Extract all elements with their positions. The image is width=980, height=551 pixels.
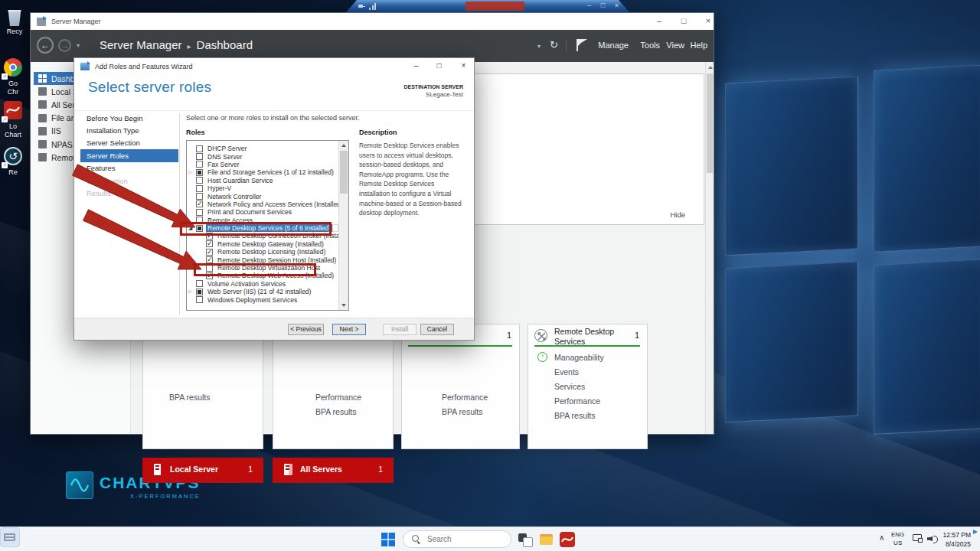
notifications-caret-icon[interactable]: ▾ [537, 43, 541, 50]
notifications-flag-icon[interactable] [577, 39, 584, 52]
dashboard-scrollbar[interactable] [705, 62, 714, 434]
minimize-button[interactable]: – [652, 13, 666, 28]
tray-chevron-icon[interactable]: ∧ [879, 533, 884, 542]
wizard-nav-item[interactable]: Server Selection [80, 137, 178, 149]
tile-link[interactable]: ↑ Manageability [528, 350, 647, 364]
chartvps-app-button[interactable] [560, 532, 575, 547]
tile-link[interactable]: ↑ Events [528, 364, 647, 379]
tile-link[interactable]: BPA results [442, 407, 488, 422]
role-checkbox[interactable]: ✓ [206, 240, 213, 247]
server-manager-app-button[interactable] [0, 527, 20, 547]
desktop-icon-chrome[interactable]: ↗ Go Chr [0, 58, 29, 96]
role-checkbox[interactable] [206, 265, 213, 272]
role-checkbox[interactable]: ✓ [196, 201, 203, 207]
search-input[interactable] [426, 534, 502, 544]
tile-link[interactable]: ↑ Services [528, 379, 647, 393]
role-checkbox[interactable]: ✓ [206, 272, 213, 279]
wizard-nav-item[interactable]: Features [80, 162, 178, 174]
volume-icon[interactable] [927, 534, 938, 543]
role-checkbox[interactable]: ✓ [206, 233, 213, 240]
wizard-nav-item[interactable]: Before You Begin [80, 112, 178, 124]
clock[interactable]: 12:57 PM 8/4/2025 [943, 530, 971, 549]
status-tile[interactable]: Local Server 1 [142, 458, 263, 483]
wizard-close-button[interactable]: × [457, 58, 470, 73]
scrollbar-thumb[interactable] [340, 151, 348, 194]
menu-manage[interactable]: Manage [598, 41, 629, 50]
role-row[interactable]: ✓ Remote Desktop Web Access (Installed) [187, 272, 338, 279]
expander-icon[interactable]: ▷ [188, 289, 196, 295]
desktop-icon-remote-app[interactable]: ↺ ↗ Re [0, 147, 29, 177]
tile-link[interactable]: BPA results [169, 393, 211, 407]
close-button[interactable]: × [701, 13, 715, 28]
roles-scrollbar[interactable] [338, 141, 348, 310]
hide-link[interactable]: Hide [670, 210, 685, 219]
tile-link[interactable]: Performance [442, 393, 488, 407]
role-row[interactable]: ▷ File and Storage Services (1 of 12 ins… [187, 168, 338, 176]
role-checkbox[interactable] [196, 225, 203, 232]
role-checkbox[interactable] [196, 296, 203, 303]
role-row[interactable]: ▷ Web Server (IIS) (21 of 42 installed) [187, 288, 338, 295]
previous-button[interactable]: < Previous [288, 324, 324, 335]
role-checkbox[interactable]: ✓ [206, 256, 213, 263]
role-row[interactable]: Print and Document Services [187, 208, 338, 216]
rdp-minimize-button[interactable]: – [583, 1, 595, 11]
rdp-restore-button[interactable]: □ [597, 1, 609, 11]
next-button[interactable]: Next > [332, 324, 366, 335]
maximize-button[interactable]: □ [677, 13, 691, 28]
scroll-down-icon[interactable] [341, 304, 346, 307]
network-icon[interactable] [913, 534, 923, 543]
role-checkbox[interactable] [196, 217, 203, 223]
back-button[interactable]: ← [37, 37, 54, 54]
role-row[interactable]: Volume Activation Services [187, 280, 338, 288]
expander-icon[interactable]: ◢ [188, 225, 196, 231]
desktop-icon-recycle-bin[interactable]: Recy [0, 8, 31, 36]
tile-link[interactable]: BPA results [315, 407, 361, 422]
forward-button[interactable]: → [58, 39, 71, 52]
menu-view[interactable]: View [666, 41, 684, 50]
role-checkbox[interactable] [196, 145, 203, 152]
nav-dropdown-icon[interactable]: ▾ [77, 42, 80, 49]
status-tile[interactable]: All Servers 1 [273, 458, 394, 483]
scroll-up-icon[interactable] [341, 144, 346, 147]
role-checkbox[interactable] [196, 280, 203, 287]
wizard-nav-item[interactable]: Server Roles [80, 149, 178, 161]
roles-listbox[interactable]: DHCP Server DNS Server Fax Server ▷ [186, 140, 349, 311]
role-row[interactable]: ✓ Remote Desktop Gateway (Installed) [187, 240, 338, 248]
tile-link[interactable]: Performance [315, 393, 361, 407]
role-row[interactable]: Hyper-V [187, 184, 338, 192]
cancel-button[interactable]: Cancel [420, 324, 454, 335]
role-checkbox[interactable] [196, 153, 203, 160]
expander-icon[interactable]: ▷ [188, 169, 196, 175]
wizard-minimize-button[interactable]: – [410, 58, 423, 73]
role-checkbox[interactable] [196, 177, 203, 184]
role-row[interactable]: Remote Access [187, 217, 338, 224]
wizard-maximize-button[interactable]: □ [433, 58, 446, 73]
role-row[interactable]: DHCP Server [187, 145, 338, 152]
breadcrumb-root[interactable]: Server Manager [100, 38, 182, 51]
role-checkbox[interactable] [196, 185, 203, 192]
desktop-icon-chart-app[interactable]: ↗ Lo Chart [0, 101, 29, 139]
role-row[interactable]: Network Controller [187, 192, 338, 200]
file-explorer-button[interactable] [539, 532, 554, 547]
wizard-nav-item[interactable]: Confirmation [80, 174, 178, 187]
role-row[interactable]: DNS Server [187, 152, 338, 160]
wizard-nav-item[interactable]: Installation Type [80, 124, 178, 136]
language-switcher[interactable]: ENG US [891, 530, 904, 547]
tile-link[interactable]: ↑ Performance [528, 393, 647, 408]
role-checkbox[interactable]: ✓ [206, 249, 213, 256]
menu-help[interactable]: Help [690, 41, 707, 50]
pin-icon[interactable] [358, 3, 365, 9]
role-checkbox[interactable] [196, 193, 203, 200]
tile-link[interactable]: ↑ BPA results [528, 408, 647, 422]
role-row[interactable]: ✓ Remote Desktop Licensing (Installed) [187, 248, 338, 256]
role-row[interactable]: Windows Deployment Services [187, 295, 338, 303]
role-row[interactable]: Fax Server [187, 161, 338, 168]
refresh-icon[interactable]: ↻ [550, 39, 558, 51]
role-checkbox[interactable] [196, 289, 203, 295]
scrollbar-thumb[interactable] [707, 73, 713, 173]
role-checkbox[interactable] [196, 169, 203, 176]
role-row[interactable]: ✓ Remote Desktop Session Host (Installed… [187, 256, 338, 263]
wizard-nav-item[interactable]: Results [80, 187, 178, 199]
role-row[interactable]: ◢ Remote Desktop Services (5 of 6 instal… [187, 224, 338, 232]
role-row[interactable]: Host Guardian Service [187, 177, 338, 184]
